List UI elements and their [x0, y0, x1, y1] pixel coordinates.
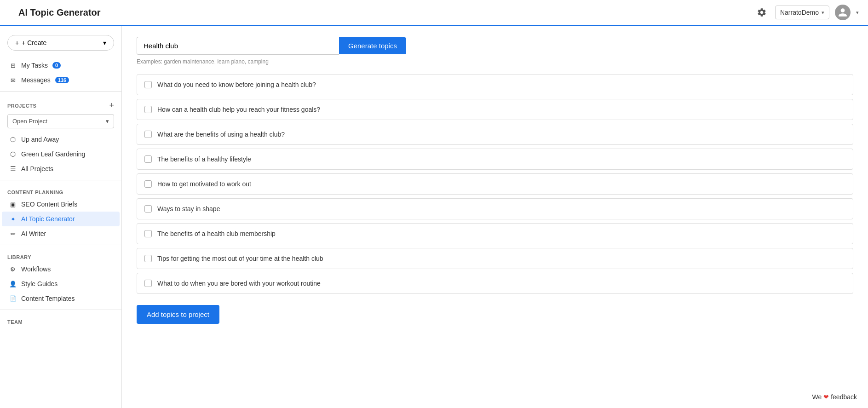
add-topics-label: Add topics to project	[147, 310, 209, 318]
heart-icon: ❤	[823, 393, 829, 401]
seo-icon	[9, 201, 17, 208]
topbar-left: AI Topic Generator	[9, 7, 101, 18]
topic-item: The benefits of a healthy lifestyle	[137, 149, 853, 170]
ai-topic-label: AI Topic Generator	[21, 215, 75, 223]
workflows-icon	[9, 265, 17, 273]
ai-writer-label: AI Writer	[21, 230, 46, 237]
cube-icon-1	[9, 136, 17, 143]
cube-icon-2	[9, 150, 17, 158]
feedback-prefix: We	[812, 393, 822, 401]
sidebar-divider-2	[0, 180, 121, 180]
projects-label: PROJECTS	[7, 103, 36, 109]
topic-text-8: What to do when you are bored with your …	[157, 280, 321, 287]
style-guides-label: Style Guides	[21, 280, 57, 287]
open-project-label: Open Project	[12, 118, 47, 125]
topic-item: What to do when you are bored with your …	[137, 273, 853, 294]
topic-text-0: What do you need to know before joining …	[157, 81, 316, 88]
sidebar-item-ai-writer[interactable]: AI Writer	[2, 226, 120, 241]
topic-text-2: What are the benefits of using a health …	[157, 131, 285, 138]
topic-text-4: How to get motivated to work out	[157, 180, 251, 188]
team-header: TEAM	[0, 314, 121, 327]
templates-icon	[9, 295, 17, 302]
add-topics-button[interactable]: Add topics to project	[137, 305, 219, 324]
topic-checkbox-5[interactable]	[144, 205, 152, 213]
topic-text-1: How can a health club help you reach you…	[157, 106, 320, 113]
topic-input[interactable]	[137, 37, 339, 55]
topic-item: Ways to stay in shape	[137, 198, 853, 219]
examples-text: Examples: garden maintenance, learn pian…	[137, 58, 853, 65]
create-button[interactable]: + + Create ▾	[7, 35, 114, 51]
messages-label: Messages	[21, 76, 51, 84]
workflows-label: Workflows	[21, 265, 51, 273]
seo-label: SEO Content Briefs	[21, 201, 77, 208]
messages-icon	[9, 76, 17, 84]
content-planning-header: CONTENT PLANNING	[0, 184, 121, 197]
project-label-1: Up and Away	[21, 136, 59, 143]
topic-item: Tips for getting the most out of your ti…	[137, 248, 853, 269]
library-header: LIBRARY	[0, 249, 121, 262]
topic-item: How can a health club help you reach you…	[137, 99, 853, 120]
messages-badge: 116	[55, 77, 69, 83]
topic-checkbox-7[interactable]	[144, 255, 152, 262]
feedback-bar[interactable]: We ❤ feedback	[812, 393, 857, 401]
sidebar-item-all-projects[interactable]: All Projects	[2, 161, 120, 176]
topic-text-5: Ways to stay in shape	[157, 205, 220, 213]
topic-checkbox-6[interactable]	[144, 230, 152, 237]
topic-item: How to get motivated to work out	[137, 173, 853, 195]
dropdown-chevron-icon: ▾	[106, 118, 109, 125]
topic-item: The benefits of a health club membership	[137, 223, 853, 244]
sidebar-item-my-tasks[interactable]: My Tasks 0	[2, 58, 120, 73]
sidebar-divider-3	[0, 245, 121, 245]
create-chevron-icon: ▾	[103, 39, 106, 46]
topic-checkbox-8[interactable]	[144, 280, 152, 287]
list-icon-1	[9, 165, 17, 172]
avatar[interactable]	[835, 5, 851, 20]
topic-checkbox-0[interactable]	[144, 81, 152, 88]
sidebar-item-up-and-away[interactable]: Up and Away	[2, 132, 120, 147]
add-project-button[interactable]: +	[109, 101, 114, 110]
topic-checkbox-3[interactable]	[144, 155, 152, 163]
topbar: AI Topic Generator NarratoDemo ▾ ▾	[0, 0, 868, 26]
topic-checkbox-1[interactable]	[144, 106, 152, 113]
sidebar: + + Create ▾ My Tasks 0 Messages 116 PRO…	[0, 26, 122, 408]
topic-text-6: The benefits of a health club membership	[157, 230, 276, 237]
my-tasks-label: My Tasks	[21, 62, 48, 69]
create-label: + Create	[22, 39, 46, 46]
search-row: Generate topics	[137, 37, 853, 55]
sidebar-item-green-leaf[interactable]: Green Leaf Gardening	[2, 147, 120, 161]
settings-button[interactable]	[754, 5, 770, 20]
user-icon	[838, 7, 848, 17]
chevron-down-icon: ▾	[822, 10, 824, 16]
sidebar-divider-4	[0, 310, 121, 310]
style-guides-icon	[9, 280, 17, 287]
generate-topics-button[interactable]: Generate topics	[339, 37, 406, 54]
content-templates-label: Content Templates	[21, 295, 75, 302]
open-project-dropdown[interactable]: Open Project ▾	[7, 114, 114, 128]
sidebar-item-seo-briefs[interactable]: SEO Content Briefs	[2, 197, 120, 212]
topic-checkbox-4[interactable]	[144, 180, 152, 188]
topic-text-7: Tips for getting the most out of your ti…	[157, 255, 323, 262]
gear-icon	[757, 7, 767, 17]
workspace-dropdown[interactable]: NarratoDemo ▾	[775, 6, 829, 19]
sidebar-item-workflows[interactable]: Workflows	[2, 262, 120, 276]
topbar-right: NarratoDemo ▾ ▾	[754, 5, 859, 20]
generate-topics-label: Generate topics	[348, 42, 397, 50]
topic-list: What do you need to know before joining …	[137, 74, 853, 294]
sidebar-item-ai-topic-generator[interactable]: AI Topic Generator	[2, 212, 120, 226]
sidebar-item-messages[interactable]: Messages 116	[2, 73, 120, 87]
sidebar-divider-1	[0, 91, 121, 92]
layout: + + Create ▾ My Tasks 0 Messages 116 PRO…	[0, 26, 868, 408]
feedback-suffix: feedback	[831, 393, 857, 401]
sidebar-item-style-guides[interactable]: Style Guides	[2, 276, 120, 291]
topic-item: What are the benefits of using a health …	[137, 124, 853, 145]
workspace-label: NarratoDemo	[780, 9, 819, 16]
topic-checkbox-2[interactable]	[144, 131, 152, 138]
topic-text-3: The benefits of a healthy lifestyle	[157, 155, 251, 163]
sidebar-item-content-templates[interactable]: Content Templates	[2, 291, 120, 306]
project-label-2: Green Leaf Gardening	[21, 150, 85, 158]
project-label-3: All Projects	[21, 165, 53, 172]
ai-topic-icon	[9, 215, 17, 223]
tasks-icon	[9, 62, 17, 69]
topic-item: What do you need to know before joining …	[137, 74, 853, 95]
my-tasks-badge: 0	[52, 62, 61, 69]
